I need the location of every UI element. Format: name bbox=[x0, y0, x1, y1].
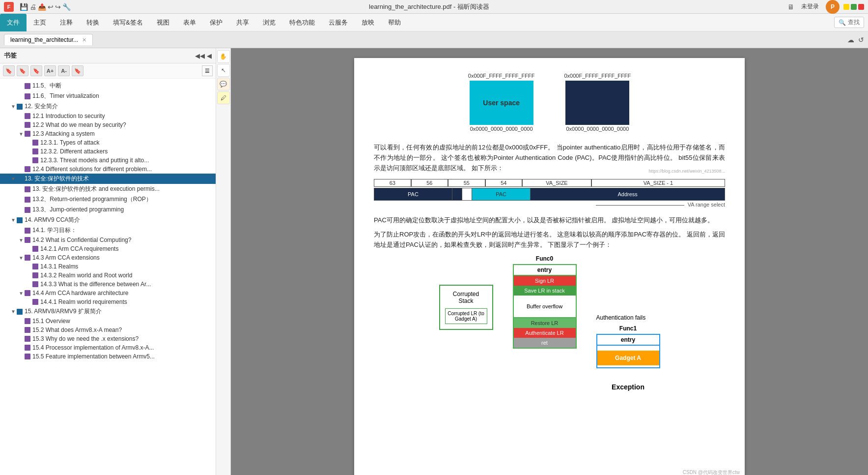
close-btn[interactable] bbox=[858, 4, 864, 10]
tree-expand-9[interactable] bbox=[18, 166, 25, 173]
minimize-btn[interactable] bbox=[843, 4, 849, 10]
sidebar-tree-item-13[interactable]: 13.3、Jump-oriented programming bbox=[0, 205, 216, 215]
sidebar-tree-item-23[interactable]: 14.4.1 Realm world requirements bbox=[0, 297, 216, 306]
tree-expand-29[interactable] bbox=[18, 353, 25, 360]
print-icon[interactable]: 🖨 bbox=[29, 3, 36, 11]
export-icon[interactable]: 📤 bbox=[38, 3, 46, 11]
sidebar-tree-item-2[interactable]: ▼12. 安全简介 bbox=[0, 101, 216, 112]
search-bar[interactable]: 🔍 查找 bbox=[834, 17, 864, 28]
login-button[interactable]: 未登录 bbox=[798, 1, 822, 12]
sidebar-tree-item-9[interactable]: 12.4 Different solutions for different p… bbox=[0, 165, 216, 174]
sidebar-tree-item-1[interactable]: 11.6、Timer virtualization bbox=[0, 91, 216, 101]
sidebar-tree-item-4[interactable]: 12.2 What do we mean by security? bbox=[0, 120, 216, 129]
tree-expand-20[interactable] bbox=[26, 272, 32, 279]
tree-expand-6[interactable] bbox=[26, 139, 32, 146]
hand-tool-btn[interactable]: ✋ bbox=[217, 50, 230, 63]
sidebar-tree-item-3[interactable]: 12.1 Introduction to security bbox=[0, 112, 216, 120]
menu-browse[interactable]: 浏览 bbox=[256, 14, 282, 31]
menu-protect[interactable]: 保护 bbox=[203, 14, 229, 31]
comment-tool-btn[interactable]: 💬 bbox=[217, 78, 230, 90]
tools-icon[interactable]: 🔧 bbox=[62, 3, 71, 11]
menu-help[interactable]: 帮助 bbox=[381, 14, 408, 31]
tree-expand-28[interactable] bbox=[18, 344, 25, 351]
sidebar-tree-item-11[interactable]: 13. 安全:保护软件的技术 and execution permis... bbox=[0, 184, 216, 194]
sidebar-tree-item-25[interactable]: 15.1 Overview bbox=[0, 317, 216, 326]
tree-expand-7[interactable] bbox=[26, 148, 32, 155]
redo-icon[interactable]: ↪ bbox=[55, 3, 61, 11]
menu-file[interactable]: 文件 bbox=[0, 14, 27, 31]
tree-expand-21[interactable] bbox=[26, 281, 32, 288]
tree-expand-0[interactable] bbox=[18, 83, 25, 89]
sidebar-collapse-btn[interactable]: ◀ bbox=[207, 52, 212, 59]
tree-expand-4[interactable] bbox=[18, 121, 25, 128]
tree-expand-17[interactable] bbox=[26, 245, 32, 252]
menu-view[interactable]: 视图 bbox=[150, 14, 176, 31]
tree-expand-2[interactable]: ▼ bbox=[10, 103, 17, 110]
bookmark-add-btn[interactable]: 🔖 bbox=[3, 65, 15, 76]
tab-close-btn[interactable]: ✕ bbox=[82, 37, 86, 43]
tree-expand-15[interactable] bbox=[18, 227, 25, 234]
sidebar-tree-item-19[interactable]: 14.3.1 Realms bbox=[0, 262, 216, 271]
tree-expand-3[interactable] bbox=[18, 113, 25, 119]
tree-expand-1[interactable] bbox=[18, 93, 25, 100]
sidebar-tree-item-5[interactable]: ▼12.3 Attacking a system bbox=[0, 129, 216, 138]
menu-form[interactable]: 表单 bbox=[176, 14, 203, 31]
menu-annotate[interactable]: 注释 bbox=[53, 14, 80, 31]
sidebar-tree-item-17[interactable]: 14.2.1 Arm CCA requirements bbox=[0, 244, 216, 253]
sidebar-tree-item-14[interactable]: ▼14. ARMV9 CCA简介 bbox=[0, 215, 216, 225]
tree-expand-16[interactable]: ▼ bbox=[18, 237, 25, 243]
text-decrease-btn[interactable]: A- bbox=[58, 65, 70, 76]
sidebar-tree-item-10[interactable]: ▼13. 安全:保护软件的技术 bbox=[0, 174, 216, 184]
refresh-icon[interactable]: ↺ bbox=[858, 36, 864, 44]
save-icon[interactable]: 💾 bbox=[20, 3, 28, 11]
bookmark-purple-btn[interactable]: 🔖 bbox=[30, 65, 42, 76]
maximize-btn[interactable] bbox=[851, 4, 857, 10]
menu-home[interactable]: 主页 bbox=[27, 14, 53, 31]
tree-expand-25[interactable] bbox=[18, 318, 25, 325]
sidebar-tree-item-26[interactable]: 15.2 What does Armv8.x-A mean? bbox=[0, 326, 216, 334]
tree-expand-18[interactable]: ▼ bbox=[18, 254, 25, 261]
tab-pdf[interactable]: learning_the_architectur... ✕ bbox=[4, 34, 93, 45]
menu-present[interactable]: 放映 bbox=[355, 14, 381, 31]
sidebar-tree-item-29[interactable]: 15.5 Feature implementation between Armv… bbox=[0, 352, 216, 361]
cloud-sync-icon[interactable]: ☁ bbox=[847, 36, 854, 44]
tree-expand-26[interactable] bbox=[18, 327, 25, 333]
tree-expand-8[interactable] bbox=[26, 157, 32, 164]
sidebar-tree-item-12[interactable]: 13.2、Return-oriented programming（ROP） bbox=[0, 194, 216, 205]
bookmark-remove-btn[interactable]: 🔖 bbox=[17, 65, 28, 76]
select-tool-btn[interactable]: ↖ bbox=[217, 64, 230, 77]
sidebar-tree-item-21[interactable]: 14.3.3 What is the difference between Ar… bbox=[0, 280, 216, 289]
tree-expand-11[interactable] bbox=[18, 186, 25, 193]
bookmark-settings-btn[interactable]: 🔖 bbox=[72, 65, 84, 76]
tree-expand-14[interactable]: ▼ bbox=[10, 217, 17, 224]
menu-convert[interactable]: 转换 bbox=[80, 14, 106, 31]
sidebar-tree-item-15[interactable]: 14.1. 学习目标： bbox=[0, 225, 216, 236]
undo-icon[interactable]: ↩ bbox=[48, 3, 54, 11]
sidebar-tree-item-24[interactable]: ▼15. ARMV8/ARMV9 扩展简介 bbox=[0, 306, 216, 317]
sidebar-tree-item-18[interactable]: ▼14.3 Arm CCA extensions bbox=[0, 253, 216, 262]
tree-expand-23[interactable] bbox=[26, 298, 32, 305]
sidebar-tree-item-27[interactable]: 15.3 Why do we need the .x extensions? bbox=[0, 334, 216, 343]
tree-expand-27[interactable] bbox=[18, 335, 25, 342]
tree-expand-22[interactable]: ▼ bbox=[18, 290, 25, 297]
sidebar-tree-item-28[interactable]: 15.4 Processor implementation of Armv8.x… bbox=[0, 343, 216, 352]
sidebar-tree-item-7[interactable]: 12.3.2. Different attackers bbox=[0, 147, 216, 156]
text-increase-btn[interactable]: A+ bbox=[44, 65, 56, 76]
sidebar-tree-item-20[interactable]: 14.3.2 Realm world and Root world bbox=[0, 271, 216, 280]
menu-share[interactable]: 共享 bbox=[229, 14, 256, 31]
tree-expand-19[interactable] bbox=[26, 263, 32, 270]
sidebar-tree-item-16[interactable]: ▼14.2 What is Confidential Computing? bbox=[0, 236, 216, 244]
sidebar-list-view-btn[interactable]: ☰ bbox=[202, 65, 213, 76]
user-avatar[interactable]: P bbox=[826, 0, 840, 14]
tree-expand-5[interactable]: ▼ bbox=[18, 130, 25, 137]
menu-features[interactable]: 特色功能 bbox=[282, 14, 322, 31]
sidebar-tree-item-8[interactable]: 12.3.3. Threat models and putting it alt… bbox=[0, 156, 216, 165]
sidebar-prev-btn[interactable]: ◀◀ bbox=[195, 52, 205, 59]
menu-cloud[interactable]: 云服务 bbox=[322, 14, 355, 31]
highlight-tool-btn[interactable]: 🖊 bbox=[217, 91, 230, 104]
tree-expand-12[interactable] bbox=[18, 196, 25, 203]
tree-expand-10[interactable]: ▼ bbox=[10, 176, 17, 182]
tree-expand-13[interactable] bbox=[18, 207, 25, 213]
sidebar-tree-item-0[interactable]: 11.5、中断 bbox=[0, 81, 216, 91]
tree-expand-24[interactable]: ▼ bbox=[10, 308, 17, 315]
